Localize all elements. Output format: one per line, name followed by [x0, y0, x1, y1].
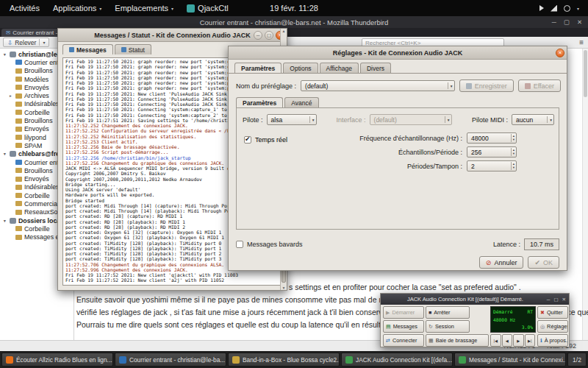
folder-label: Indésirables [24, 100, 59, 107]
setup-label: Réglages... [547, 323, 568, 330]
status-display: DémarréRT 48000 Hz 3.0% [490, 306, 536, 333]
thunderbird-titlebar[interactable]: Courrier entrant - christian@le-bars.net… [0, 16, 588, 28]
transport-button[interactable]: |◀ [490, 334, 501, 347]
start-button[interactable]: ▶Démarrer [383, 306, 424, 319]
tab[interactable]: Affichage [320, 63, 359, 73]
chevron-down-icon: ▾ [445, 116, 450, 123]
folder-icon [15, 68, 22, 74]
verbose-label: Messages bavards [247, 241, 303, 248]
maximize-button[interactable]: ▢ [553, 297, 558, 302]
vertical-scrollbar[interactable] [582, 49, 588, 340]
verbose-checkbox[interactable] [236, 241, 243, 248]
spinner-icons[interactable]: ▴▾ [511, 162, 514, 170]
scrollbar-thumb[interactable] [584, 50, 587, 97]
messages-titlebar[interactable]: Messages / Statut - Kit de Connexion Aud… [58, 29, 287, 42]
save-preset-button[interactable]: Enregistrer [459, 79, 514, 92]
about-button[interactable]: ℹÀ propos... [537, 334, 568, 347]
folder-label: Envoyés [24, 125, 49, 132]
engine-fields: Fréquence d'échantillonnage (Hz) : 48000… [306, 132, 517, 171]
window-icon [6, 356, 13, 364]
qjackctl-titlebar[interactable]: JACK Audio Connection Kit [(default)] Dé… [381, 294, 569, 305]
tab-label: Divers [367, 65, 384, 72]
folder-icon [15, 135, 22, 140]
midi-driver-combobox[interactable]: aucun▾ [512, 114, 554, 125]
taskbar-window-button[interactable]: Band-in-a-Box - Blue Bossa cycle2... [228, 353, 340, 367]
close-button[interactable]: ✕ [562, 297, 566, 302]
taskbar-window-button[interactable]: JACK Audio Connection Kit [(defa... [341, 353, 453, 367]
realtime-option[interactable]: Temps réel [244, 136, 287, 144]
app-menu-qjackctl[interactable]: QjackCtl [180, 2, 235, 14]
taskbar-window-button[interactable]: Messages / Statut - Kit de Connexi... [454, 353, 566, 367]
driver-combobox[interactable]: alsa▾ [267, 114, 317, 125]
transport-button[interactable]: ▶ [513, 334, 524, 347]
minimize-button[interactable]: ─ [547, 297, 551, 302]
activities-button[interactable]: Activités [3, 2, 46, 14]
folder-label: Envoyés [24, 84, 49, 91]
expander-icon[interactable]: ▸ [8, 93, 13, 98]
applications-menu[interactable]: Applications▾ [46, 2, 108, 14]
tab[interactable]: Paramètres [234, 63, 282, 73]
subtab[interactable]: Paramètres [236, 97, 283, 107]
places-menu[interactable]: Emplacements▾ [108, 2, 180, 14]
transport-button[interactable]: ▶| [525, 334, 536, 347]
window-controls: ✕ [556, 49, 564, 57]
frames-combobox[interactable]: 256▴▾ [467, 146, 517, 158]
tab[interactable]: Divers [360, 63, 391, 73]
setup-button[interactable]: ◎Réglages... [537, 320, 568, 333]
close-button[interactable]: ✕ [556, 49, 564, 57]
delete-preset-button[interactable]: Effacer [518, 79, 561, 92]
taskbar-window-button[interactable]: Courrier entrant - christian@le-ba... [115, 353, 226, 367]
subtab-label: Paramètres [243, 99, 276, 107]
quit-icon: ✖ [540, 310, 545, 316]
power-icon [564, 5, 570, 12]
app-menu-icon[interactable]: ≡ [579, 38, 584, 46]
tab[interactable]: Options [283, 63, 318, 73]
close-button[interactable]: ✕ [577, 18, 582, 26]
minimize-button[interactable]: ─ [552, 18, 556, 26]
tab-icon [69, 47, 74, 52]
taskbar-window-button[interactable]: Écouter Allzic Radio Blues en lign... [1, 353, 113, 367]
maximize-button[interactable]: ▢ [265, 31, 273, 40]
patchbay-label: Baie de brassage [436, 337, 478, 344]
cancel-label: Annuler [494, 259, 517, 266]
session-button[interactable]: ↻Session [426, 320, 470, 333]
expander-icon[interactable]: ▾ [2, 219, 7, 223]
spinner-icons[interactable]: ▴▾ [511, 134, 514, 142]
subtab[interactable]: Avancé [284, 97, 318, 107]
stop-button[interactable]: ■Arrêter [426, 306, 470, 319]
get-mail-button[interactable]: ⇩ Relever ▾ [3, 38, 49, 47]
folder-label: Brouillons [24, 167, 53, 174]
tab[interactable]: Statut [115, 44, 151, 54]
patchbay-button[interactable]: ▦Baie de brassage [426, 334, 489, 347]
maximize-button[interactable]: ▢ [564, 18, 570, 26]
spinner-icons[interactable]: ▴▾ [511, 148, 514, 156]
workspace-pager[interactable]: 1/2 [567, 353, 587, 367]
quit-label: Quitter [547, 309, 563, 316]
samplerate-combobox[interactable]: 48000▴▾ [467, 132, 517, 144]
scroll-up-icon[interactable]: ▲ [282, 29, 286, 33]
system-tray[interactable]: ▾ [539, 0, 588, 16]
messages-button[interactable]: ▤Messages [383, 320, 424, 333]
ok-icon: ✔ [534, 259, 540, 266]
minimize-button[interactable]: ─ [254, 31, 262, 40]
clock[interactable]: 19 févr. 11:28 [270, 4, 318, 13]
folder-label: Archives [24, 92, 49, 99]
server-state: Démarré [493, 309, 513, 314]
realtime-checkbox[interactable] [244, 136, 251, 144]
periods-combobox[interactable]: 2▴▾ [467, 160, 517, 171]
expander-icon[interactable]: ▾ [2, 52, 7, 57]
cancel-button[interactable]: ⊘Annuler [479, 256, 524, 269]
quit-button[interactable]: ✖Quitter [537, 306, 568, 319]
connect-button[interactable]: ⇄Connecter [383, 334, 424, 347]
settings-titlebar[interactable]: Réglages - Kit de Connexion Audio JACK ✕ [229, 46, 567, 60]
connect-label: Connecter [392, 337, 417, 344]
scroll-down-icon[interactable]: ▼ [282, 286, 286, 290]
tab[interactable]: Messages [62, 44, 113, 54]
transport-button[interactable]: ◀ [502, 334, 513, 347]
window-icon [119, 356, 126, 364]
preset-combobox[interactable]: (default)▾ [301, 80, 455, 91]
preset-value: (default) [305, 82, 328, 90]
expander-icon[interactable]: ▾ [2, 152, 7, 156]
ok-button[interactable]: ✔OK [528, 256, 559, 269]
folder-icon [15, 177, 22, 182]
